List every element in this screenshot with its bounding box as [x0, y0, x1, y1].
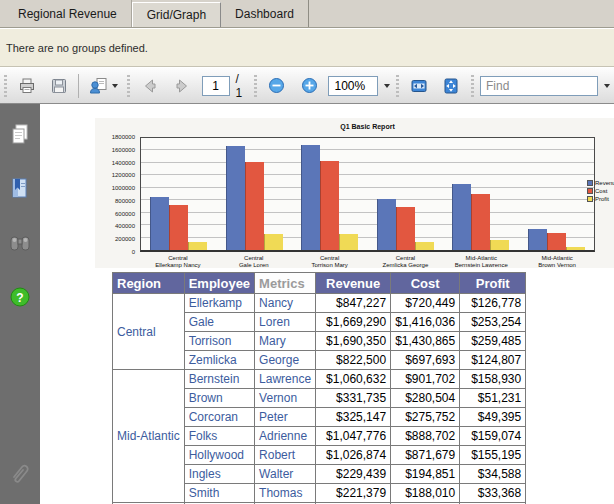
first-name-cell[interactable]: Thomas: [255, 484, 316, 503]
last-name-cell[interactable]: Bernstein: [184, 370, 254, 389]
cost-cell[interactable]: $1,416,036: [391, 313, 460, 332]
revenue-cell[interactable]: $325,147: [316, 408, 391, 427]
tab-regional-revenue[interactable]: Regional Revenue: [4, 0, 132, 27]
first-name-cell[interactable]: Mary: [255, 332, 316, 351]
cost-cell[interactable]: $697,693: [391, 351, 460, 370]
y-tick-label: 1000000: [112, 185, 135, 191]
column-header-region[interactable]: Region: [113, 273, 185, 294]
page-number-input[interactable]: [202, 76, 230, 96]
last-name-cell[interactable]: Torrison: [184, 332, 254, 351]
prev-page-icon: [141, 77, 159, 95]
bar-profit: [188, 242, 207, 250]
fit-page-button[interactable]: [438, 73, 464, 99]
bookmarks-panel-button[interactable]: [7, 176, 33, 202]
next-page-button[interactable]: [169, 73, 195, 99]
revenue-cell[interactable]: $331,735: [316, 389, 391, 408]
no-groups-message: There are no groups defined.: [6, 42, 148, 54]
first-name-cell[interactable]: Loren: [255, 313, 316, 332]
last-name-cell[interactable]: Smith: [184, 484, 254, 503]
pages-panel-button[interactable]: [7, 122, 33, 148]
revenue-cell[interactable]: $1,690,350: [316, 332, 391, 351]
tab-dashboard[interactable]: Dashboard: [221, 0, 309, 27]
bar-revenue: [452, 184, 471, 250]
navigation-side-panel: ?: [0, 104, 40, 504]
last-name-cell[interactable]: Zemlicka: [184, 351, 254, 370]
last-name-cell[interactable]: Folks: [184, 427, 254, 446]
fit-width-button[interactable]: [406, 73, 432, 99]
last-name-cell[interactable]: Ingles: [184, 465, 254, 484]
cost-cell[interactable]: $275,752: [391, 408, 460, 427]
profit-cell[interactable]: $124,807: [460, 351, 526, 370]
column-header-profit[interactable]: Profit: [460, 273, 526, 294]
profit-cell[interactable]: $126,778: [460, 294, 526, 313]
column-header-metrics[interactable]: Metrics: [255, 273, 316, 294]
fit-width-icon: [410, 77, 428, 95]
profit-cell[interactable]: $34,588: [460, 465, 526, 484]
last-name-cell[interactable]: Gale: [184, 313, 254, 332]
revenue-cell[interactable]: $1,026,874: [316, 446, 391, 465]
y-tick-label: 1600000: [112, 147, 135, 153]
last-name-cell[interactable]: Corcoran: [184, 408, 254, 427]
profit-cell[interactable]: $33,368: [460, 484, 526, 503]
region-cell[interactable]: Mid-Atlantic: [113, 370, 185, 503]
attachments-button[interactable]: [7, 460, 33, 490]
export-icon: [89, 77, 109, 95]
revenue-cell[interactable]: $1,047,776: [316, 427, 391, 446]
zoom-level-combobox[interactable]: 100%: [328, 76, 377, 96]
toolbar-grip: [396, 75, 400, 97]
revenue-cell[interactable]: $229,439: [316, 465, 391, 484]
save-button[interactable]: [46, 73, 72, 99]
cost-cell[interactable]: $194,851: [391, 465, 460, 484]
profit-cell[interactable]: $51,231: [460, 389, 526, 408]
find-input[interactable]: [480, 76, 598, 96]
first-name-cell[interactable]: Lawrence: [255, 370, 316, 389]
first-name-cell[interactable]: George: [255, 351, 316, 370]
cost-cell[interactable]: $901,702: [391, 370, 460, 389]
last-name-cell[interactable]: Brown: [184, 389, 254, 408]
prev-page-button[interactable]: [137, 73, 163, 99]
cost-cell[interactable]: $1,430,865: [391, 332, 460, 351]
export-button[interactable]: [85, 73, 121, 99]
profit-cell[interactable]: $158,930: [460, 370, 526, 389]
y-tick-label: 1200000: [112, 172, 135, 178]
first-name-cell[interactable]: Peter: [255, 408, 316, 427]
tab-grid-graph[interactable]: Grid/Graph: [132, 2, 221, 27]
profit-cell[interactable]: $155,195: [460, 446, 526, 465]
search-panel-button[interactable]: [7, 230, 33, 256]
revenue-cell[interactable]: $221,379: [316, 484, 391, 503]
column-header-revenue[interactable]: Revenue: [316, 273, 391, 294]
profit-cell[interactable]: $259,485: [460, 332, 526, 351]
revenue-cell[interactable]: $822,500: [316, 351, 391, 370]
region-cell[interactable]: Central: [113, 294, 185, 370]
profit-cell[interactable]: $159,074: [460, 427, 526, 446]
profit-cell[interactable]: $49,395: [460, 408, 526, 427]
revenue-cell[interactable]: $1,669,290: [316, 313, 391, 332]
profit-cell[interactable]: $253,254: [460, 313, 526, 332]
cost-cell[interactable]: $188,010: [391, 484, 460, 503]
zoom-in-button[interactable]: [296, 73, 322, 99]
bar-profit: [490, 240, 509, 250]
bar-revenue: [226, 146, 245, 250]
find-options-caret[interactable]: [604, 84, 610, 88]
help-button[interactable]: ?: [7, 284, 33, 310]
column-header-employee[interactable]: Employee: [184, 273, 254, 294]
viewer-main: ? Q1 Basic Report 0200000400000600000800…: [0, 104, 614, 504]
last-name-cell[interactable]: Hollywood: [184, 446, 254, 465]
print-button[interactable]: [14, 73, 40, 99]
zoom-out-button[interactable]: [264, 73, 290, 99]
first-name-cell[interactable]: Adrienne: [255, 427, 316, 446]
column-header-cost[interactable]: Cost: [391, 273, 460, 294]
bar-group: [141, 138, 217, 250]
last-name-cell[interactable]: Ellerkamp: [184, 294, 254, 313]
cost-cell[interactable]: $871,679: [391, 446, 460, 465]
cost-cell[interactable]: $720,449: [391, 294, 460, 313]
first-name-cell[interactable]: Walter: [255, 465, 316, 484]
first-name-cell[interactable]: Robert: [255, 446, 316, 465]
first-name-cell[interactable]: Nancy: [255, 294, 316, 313]
cost-cell[interactable]: $280,504: [391, 389, 460, 408]
cost-cell[interactable]: $888,702: [391, 427, 460, 446]
zoom-level-caret[interactable]: [384, 84, 390, 88]
first-name-cell[interactable]: Vernon: [255, 389, 316, 408]
revenue-cell[interactable]: $847,227: [316, 294, 391, 313]
revenue-cell[interactable]: $1,060,632: [316, 370, 391, 389]
